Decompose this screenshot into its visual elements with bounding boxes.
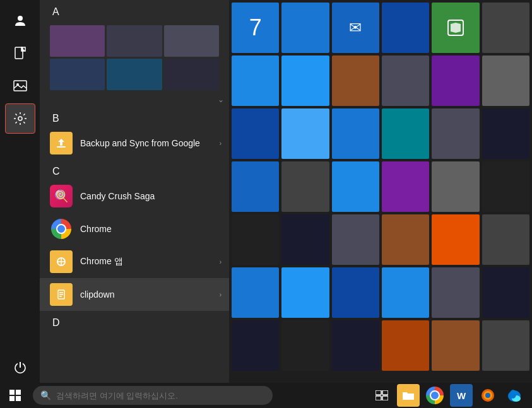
tile-r2c6[interactable] (482, 55, 529, 106)
svg-point-6 (18, 117, 22, 120)
tile-r4c3[interactable] (332, 161, 379, 212)
section-letter-c: C (40, 160, 229, 180)
tiles-grid[interactable]: 7 ✉ (229, 0, 532, 383)
tile-r7c3[interactable] (332, 320, 379, 371)
app-name-chrome-app: Chrome 앱 (80, 256, 123, 267)
tile-r6c5[interactable] (432, 267, 479, 318)
section-c: C 🍭 Candy Crush Saga Chrome (40, 160, 229, 311)
a-tile-4 (50, 59, 105, 90)
svg-rect-20 (382, 390, 388, 395)
app-item-backup-sync[interactable]: Backup and Sync from Google › (40, 127, 229, 160)
tile-r7c2[interactable] (281, 320, 329, 371)
scroll-down-indicator: ⌄ (218, 95, 224, 104)
svg-rect-16 (16, 390, 21, 395)
tile-r3c6[interactable] (482, 108, 529, 159)
svg-rect-19 (375, 390, 381, 395)
app-item-clipdown[interactable]: clipdown › (40, 278, 229, 311)
tile-r4c5[interactable] (432, 161, 479, 212)
svg-rect-15 (9, 390, 15, 395)
tile-r2c5[interactable] (432, 55, 479, 106)
tile-r5c5[interactable] (432, 214, 479, 265)
a-tile-5 (107, 59, 162, 90)
tile-mail[interactable]: ✉ (332, 3, 379, 53)
tile-r7c1[interactable] (232, 320, 279, 371)
taskbar-edge[interactable] (503, 384, 526, 407)
sidebar-pictures-button[interactable] (5, 71, 35, 101)
tile-r4c4[interactable] (382, 161, 429, 212)
tile-r6c6[interactable] (482, 267, 529, 318)
clipdown-chevron: › (220, 291, 222, 298)
svg-rect-7 (57, 146, 66, 148)
tile-r3c2[interactable] (281, 108, 329, 159)
section-letter-b: B (40, 107, 229, 127)
tile-r5c2[interactable] (281, 214, 329, 265)
tile-r4c2[interactable] (281, 161, 329, 212)
tile-r2c4[interactable] (382, 55, 429, 106)
tile-r3c5[interactable] (432, 108, 479, 159)
app-list-panel: A ⌄ B Backup and Sync from Google › (40, 0, 229, 383)
candy-crush-icon: 🍭 (50, 185, 73, 207)
taskbar: 🔍 W (0, 383, 532, 408)
section-letter-a: A (40, 0, 229, 20)
app-name-chrome: Chrome (80, 224, 112, 234)
tile-r1c4[interactable] (382, 3, 429, 53)
svg-point-25 (485, 393, 490, 398)
section-letter-d: D (40, 311, 229, 331)
svg-point-1 (18, 16, 23, 21)
tile-r6c1[interactable] (232, 267, 279, 318)
tile-r3c1[interactable] (232, 108, 279, 159)
backup-sync-chevron: › (220, 140, 222, 147)
svg-rect-21 (375, 396, 381, 400)
tile-r2c2[interactable] (281, 55, 329, 106)
tile-r5c1[interactable] (232, 214, 279, 265)
tile-r6c2[interactable] (281, 267, 329, 318)
tile-r6c3[interactable] (332, 267, 379, 318)
tile-green[interactable] (432, 3, 479, 53)
tile-r3c3[interactable] (332, 108, 379, 159)
taskbar-file-explorer[interactable] (397, 384, 420, 407)
tile-r2c3[interactable] (332, 55, 379, 106)
backup-sync-icon (50, 132, 73, 154)
tile-7[interactable]: 7 (232, 3, 279, 53)
taskbar-firefox[interactable] (476, 384, 499, 407)
tile-r5c6[interactable] (482, 214, 529, 265)
tile-r6c4[interactable] (382, 267, 429, 318)
sidebar-settings-button[interactable] (5, 103, 35, 134)
tile-r3c4[interactable] (382, 108, 429, 159)
taskbar-word[interactable]: W (450, 384, 473, 407)
sidebar-power-button[interactable] (5, 353, 35, 383)
task-view-button[interactable] (370, 383, 393, 408)
svg-rect-22 (382, 396, 388, 400)
taskbar-search-input[interactable] (56, 391, 265, 400)
tile-r5c3[interactable] (332, 214, 379, 265)
a-tile-2 (107, 25, 162, 57)
tile-r7c4[interactable] (382, 320, 429, 371)
taskbar-search-bar[interactable]: 🔍 (33, 386, 273, 405)
taskbar-chrome-icon (426, 387, 444, 404)
app-item-chrome[interactable]: Chrome (40, 213, 229, 245)
sidebar-user-button[interactable] (5, 5, 35, 35)
svg-point-28 (510, 390, 516, 399)
app-item-candy-crush[interactable]: 🍭 Candy Crush Saga (40, 180, 229, 213)
tile-r4c6[interactable] (482, 161, 529, 212)
chrome-icon (50, 218, 73, 240)
tile-r1c6[interactable] (482, 3, 529, 53)
tile-r4c1[interactable] (232, 161, 279, 212)
a-tile-3 (164, 25, 219, 57)
svg-rect-18 (16, 396, 21, 401)
a-tiles-grid (40, 20, 229, 95)
tile-r5c4[interactable] (382, 214, 429, 265)
tile-r1c2[interactable] (281, 3, 329, 53)
taskbar-chrome[interactable] (423, 384, 446, 407)
tile-r7c5[interactable] (432, 320, 479, 371)
app-item-chrome-app[interactable]: Chrome 앱 › (40, 245, 229, 278)
a-tile-1 (50, 25, 105, 57)
svg-rect-17 (9, 396, 15, 401)
tile-r7c6[interactable] (482, 320, 529, 371)
sidebar-documents-button[interactable] (5, 38, 35, 68)
start-button[interactable] (0, 383, 30, 408)
app-name-clipdown: clipdown (80, 289, 114, 300)
tile-r2c1[interactable] (232, 55, 279, 106)
candy-crush-icon-graphic: 🍭 (50, 185, 73, 207)
a-tile-6 (164, 59, 219, 90)
